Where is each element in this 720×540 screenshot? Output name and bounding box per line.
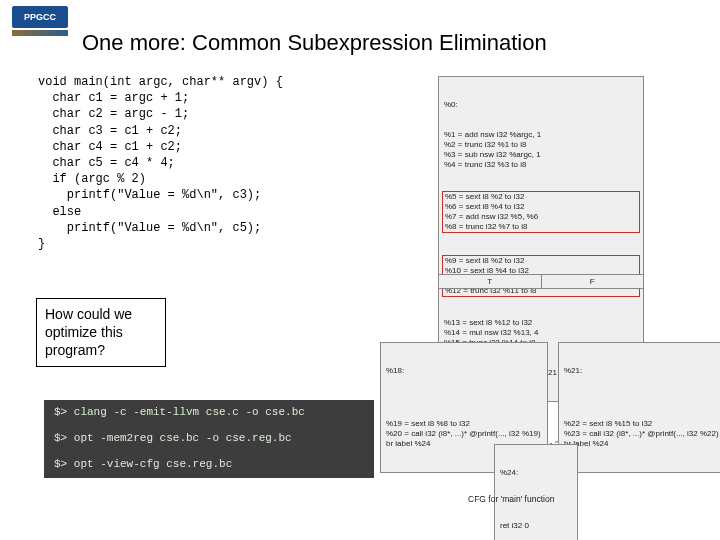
- logo: PPGCC: [12, 6, 72, 46]
- slide-title: One more: Common Subexpression Eliminati…: [82, 30, 547, 56]
- logo-bar: [12, 30, 68, 36]
- cfg-node-21: %21: %22 = sext i8 %15 to i32 %23 = call…: [558, 342, 720, 473]
- logo-text: PPGCC: [12, 6, 68, 28]
- source-code-block: void main(int argc, char** argv) { char …: [38, 74, 283, 252]
- branch-true: T: [439, 275, 542, 288]
- node-21-label: %21:: [564, 366, 720, 376]
- node-entry-hl1: %5 = sext i8 %2 to i32 %6 = sext i8 %4 t…: [442, 191, 640, 233]
- command-clang: $> clang -c -emit-llvm cse.c -o cse.bc: [54, 406, 364, 418]
- node-24-label: %24:: [500, 468, 572, 478]
- node-entry-pre: %1 = add nsw i32 %argc, 1 %2 = trunc i32…: [444, 130, 638, 170]
- command-opt-view-cfg: $> opt -view-cfg cse.reg.bc: [54, 458, 364, 470]
- branch-false: F: [542, 275, 644, 288]
- question-box: How could we optimize this program?: [36, 298, 166, 367]
- cfg-node-24: %24: ret i32 0: [494, 444, 578, 540]
- cfg-diagram: %0: %1 = add nsw i32 %argc, 1 %2 = trunc…: [380, 76, 710, 516]
- cfg-branch-labels: T F: [438, 274, 644, 289]
- node-entry-header: %0:: [444, 100, 638, 110]
- node-21-body: %22 = sext i8 %15 to i32 %23 = call i32 …: [564, 419, 720, 449]
- command-opt-mem2reg: $> opt -mem2reg cse.bc -o cse.reg.bc: [54, 432, 364, 444]
- node-18-label: %18:: [386, 366, 542, 376]
- cfg-caption: CFG for 'main' function: [468, 494, 554, 504]
- node-24-body: ret i32 0: [500, 521, 572, 531]
- commands-panel: $> clang -c -emit-llvm cse.c -o cse.bc $…: [44, 400, 374, 478]
